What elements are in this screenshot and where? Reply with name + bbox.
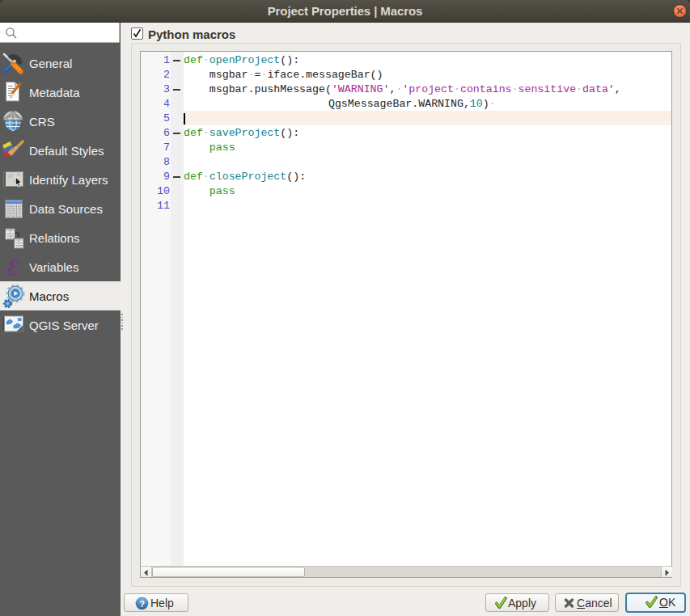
- svg-text:ε: ε: [6, 255, 20, 278]
- svg-text:?: ?: [139, 598, 145, 608]
